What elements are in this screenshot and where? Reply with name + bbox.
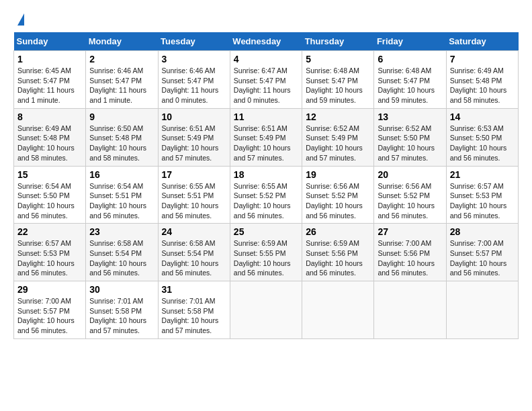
calendar-cell: 13 Sunrise: 6:52 AMSunset: 5:50 PMDaylig… bbox=[374, 108, 446, 166]
calendar-cell: 2 Sunrise: 6:46 AMSunset: 5:47 PMDayligh… bbox=[86, 51, 158, 109]
calendar-cell: 19 Sunrise: 6:56 AMSunset: 5:52 PMDaylig… bbox=[302, 166, 374, 224]
calendar-cell: 5 Sunrise: 6:48 AMSunset: 5:47 PMDayligh… bbox=[302, 51, 374, 109]
day-number: 12 bbox=[306, 111, 370, 122]
day-number: 30 bbox=[89, 284, 154, 295]
calendar-cell: 17 Sunrise: 6:55 AMSunset: 5:51 PMDaylig… bbox=[158, 166, 230, 224]
calendar-header-row: SundayMondayTuesdayWednesdayThursdayFrid… bbox=[14, 32, 519, 51]
header-tuesday: Tuesday bbox=[158, 32, 230, 51]
calendar-cell: 7 Sunrise: 6:49 AMSunset: 5:48 PMDayligh… bbox=[446, 51, 518, 109]
day-info: Sunrise: 6:57 AMSunset: 5:53 PMDaylight:… bbox=[17, 238, 82, 278]
calendar-week-row: 29 Sunrise: 7:00 AMSunset: 5:57 PMDaylig… bbox=[14, 281, 519, 339]
calendar-cell: 6 Sunrise: 6:48 AMSunset: 5:47 PMDayligh… bbox=[374, 51, 446, 109]
day-info: Sunrise: 6:57 AMSunset: 5:53 PMDaylight:… bbox=[450, 181, 515, 221]
calendar-week-row: 8 Sunrise: 6:49 AMSunset: 5:48 PMDayligh… bbox=[14, 108, 519, 166]
calendar-week-row: 15 Sunrise: 6:54 AMSunset: 5:50 PMDaylig… bbox=[14, 166, 519, 224]
day-info: Sunrise: 6:54 AMSunset: 5:51 PMDaylight:… bbox=[89, 181, 154, 221]
day-info: Sunrise: 6:48 AMSunset: 5:47 PMDaylight:… bbox=[378, 66, 442, 105]
header-sunday: Sunday bbox=[14, 32, 86, 51]
day-info: Sunrise: 6:46 AMSunset: 5:47 PMDaylight:… bbox=[89, 66, 154, 105]
calendar-cell: 22 Sunrise: 6:57 AMSunset: 5:53 PMDaylig… bbox=[14, 224, 86, 281]
calendar-week-row: 22 Sunrise: 6:57 AMSunset: 5:53 PMDaylig… bbox=[14, 224, 519, 281]
day-number: 23 bbox=[89, 226, 154, 237]
header-monday: Monday bbox=[86, 32, 158, 51]
day-info: Sunrise: 6:49 AMSunset: 5:48 PMDaylight:… bbox=[450, 66, 515, 105]
day-number: 22 bbox=[17, 226, 82, 237]
day-number: 17 bbox=[162, 169, 226, 180]
calendar-cell bbox=[374, 281, 446, 339]
day-number: 26 bbox=[306, 226, 370, 237]
day-info: Sunrise: 6:55 AMSunset: 5:52 PMDaylight:… bbox=[234, 181, 298, 221]
header-saturday: Saturday bbox=[446, 32, 518, 51]
day-number: 9 bbox=[89, 111, 154, 122]
day-info: Sunrise: 6:50 AMSunset: 5:48 PMDaylight:… bbox=[89, 124, 154, 163]
day-number: 15 bbox=[17, 169, 82, 180]
day-number: 14 bbox=[450, 111, 515, 122]
day-number: 29 bbox=[17, 284, 82, 295]
day-info: Sunrise: 6:52 AMSunset: 5:49 PMDaylight:… bbox=[306, 124, 370, 163]
day-number: 5 bbox=[306, 54, 370, 64]
day-number: 7 bbox=[450, 54, 515, 64]
day-info: Sunrise: 7:00 AMSunset: 5:56 PMDaylight:… bbox=[378, 238, 442, 278]
day-number: 4 bbox=[234, 54, 298, 64]
calendar-week-row: 1 Sunrise: 6:45 AMSunset: 5:47 PMDayligh… bbox=[14, 51, 519, 109]
day-info: Sunrise: 6:55 AMSunset: 5:51 PMDaylight:… bbox=[162, 181, 226, 221]
day-number: 11 bbox=[234, 111, 298, 122]
day-number: 25 bbox=[234, 226, 298, 237]
calendar-cell bbox=[230, 281, 302, 339]
day-info: Sunrise: 6:56 AMSunset: 5:52 PMDaylight:… bbox=[378, 181, 442, 221]
day-number: 1 bbox=[17, 54, 82, 64]
calendar-cell: 1 Sunrise: 6:45 AMSunset: 5:47 PMDayligh… bbox=[14, 51, 86, 109]
day-number: 2 bbox=[89, 54, 154, 64]
calendar-cell bbox=[302, 281, 374, 339]
day-info: Sunrise: 6:56 AMSunset: 5:52 PMDaylight:… bbox=[306, 181, 370, 221]
calendar-cell: 30 Sunrise: 7:01 AMSunset: 5:58 PMDaylig… bbox=[86, 281, 158, 339]
calendar-cell: 12 Sunrise: 6:52 AMSunset: 5:49 PMDaylig… bbox=[302, 108, 374, 166]
header-wednesday: Wednesday bbox=[230, 32, 302, 51]
calendar-cell: 14 Sunrise: 6:53 AMSunset: 5:50 PMDaylig… bbox=[446, 108, 518, 166]
calendar-cell: 20 Sunrise: 6:56 AMSunset: 5:52 PMDaylig… bbox=[374, 166, 446, 224]
day-info: Sunrise: 7:00 AMSunset: 5:57 PMDaylight:… bbox=[450, 238, 515, 278]
calendar-cell bbox=[446, 281, 518, 339]
day-info: Sunrise: 6:53 AMSunset: 5:50 PMDaylight:… bbox=[450, 124, 515, 163]
day-info: Sunrise: 6:47 AMSunset: 5:47 PMDaylight:… bbox=[234, 66, 298, 105]
day-info: Sunrise: 6:58 AMSunset: 5:54 PMDaylight:… bbox=[89, 238, 154, 278]
calendar-cell: 26 Sunrise: 6:59 AMSunset: 5:56 PMDaylig… bbox=[302, 224, 374, 281]
day-number: 13 bbox=[378, 111, 442, 122]
day-number: 24 bbox=[162, 226, 226, 237]
day-info: Sunrise: 6:46 AMSunset: 5:47 PMDaylight:… bbox=[162, 66, 226, 105]
calendar-cell: 3 Sunrise: 6:46 AMSunset: 5:47 PMDayligh… bbox=[158, 51, 230, 109]
day-info: Sunrise: 6:45 AMSunset: 5:47 PMDaylight:… bbox=[17, 66, 82, 105]
day-info: Sunrise: 6:51 AMSunset: 5:49 PMDaylight:… bbox=[234, 124, 298, 163]
calendar-cell: 18 Sunrise: 6:55 AMSunset: 5:52 PMDaylig… bbox=[230, 166, 302, 224]
day-number: 16 bbox=[89, 169, 154, 180]
calendar-cell: 25 Sunrise: 6:59 AMSunset: 5:55 PMDaylig… bbox=[230, 224, 302, 281]
calendar-table: SundayMondayTuesdayWednesdayThursdayFrid… bbox=[13, 32, 519, 339]
page-header bbox=[13, 13, 519, 26]
day-number: 20 bbox=[378, 169, 442, 180]
day-info: Sunrise: 6:58 AMSunset: 5:54 PMDaylight:… bbox=[162, 238, 226, 278]
calendar-cell: 23 Sunrise: 6:58 AMSunset: 5:54 PMDaylig… bbox=[86, 224, 158, 281]
day-info: Sunrise: 6:49 AMSunset: 5:48 PMDaylight:… bbox=[17, 124, 82, 163]
day-number: 18 bbox=[234, 169, 298, 180]
logo bbox=[13, 13, 24, 26]
calendar-cell: 15 Sunrise: 6:54 AMSunset: 5:50 PMDaylig… bbox=[14, 166, 86, 224]
calendar-cell: 21 Sunrise: 6:57 AMSunset: 5:53 PMDaylig… bbox=[446, 166, 518, 224]
calendar-cell: 16 Sunrise: 6:54 AMSunset: 5:51 PMDaylig… bbox=[86, 166, 158, 224]
header-thursday: Thursday bbox=[302, 32, 374, 51]
calendar-cell: 10 Sunrise: 6:51 AMSunset: 5:49 PMDaylig… bbox=[158, 108, 230, 166]
day-number: 8 bbox=[17, 111, 82, 122]
calendar-cell: 29 Sunrise: 7:00 AMSunset: 5:57 PMDaylig… bbox=[14, 281, 86, 339]
calendar-cell: 27 Sunrise: 7:00 AMSunset: 5:56 PMDaylig… bbox=[374, 224, 446, 281]
calendar-cell: 11 Sunrise: 6:51 AMSunset: 5:49 PMDaylig… bbox=[230, 108, 302, 166]
day-info: Sunrise: 6:59 AMSunset: 5:56 PMDaylight:… bbox=[306, 238, 370, 278]
day-number: 27 bbox=[378, 226, 442, 237]
day-info: Sunrise: 7:01 AMSunset: 5:58 PMDaylight:… bbox=[89, 296, 154, 336]
header-friday: Friday bbox=[374, 32, 446, 51]
calendar-cell: 8 Sunrise: 6:49 AMSunset: 5:48 PMDayligh… bbox=[14, 108, 86, 166]
day-number: 6 bbox=[378, 54, 442, 64]
day-info: Sunrise: 6:59 AMSunset: 5:55 PMDaylight:… bbox=[234, 238, 298, 278]
day-info: Sunrise: 6:52 AMSunset: 5:50 PMDaylight:… bbox=[378, 124, 442, 163]
calendar-cell: 28 Sunrise: 7:00 AMSunset: 5:57 PMDaylig… bbox=[446, 224, 518, 281]
calendar-cell: 31 Sunrise: 7:01 AMSunset: 5:58 PMDaylig… bbox=[158, 281, 230, 339]
calendar-cell: 9 Sunrise: 6:50 AMSunset: 5:48 PMDayligh… bbox=[86, 108, 158, 166]
